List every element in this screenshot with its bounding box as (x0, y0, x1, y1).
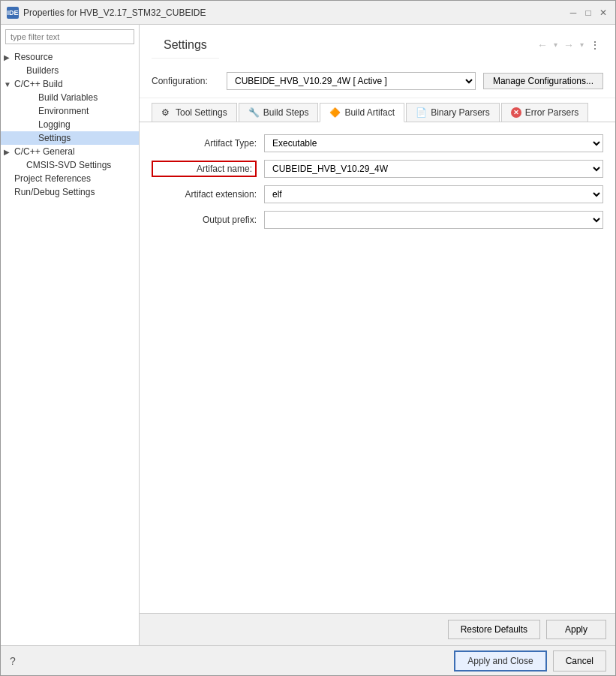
sidebar: ▶ Resource Builders ▼ C/C++ Build Build … (1, 25, 140, 645)
steps-icon: 🔧 (248, 107, 260, 118)
artifact-name-select[interactable]: CUBEIDE_HVB_V10.29_4W (264, 160, 603, 178)
maximize-button[interactable]: □ (582, 7, 594, 19)
content-area: ▶ Resource Builders ▼ C/C++ Build Build … (1, 25, 615, 645)
nav-icons: ← ▾ → ▾ ⋮ (534, 38, 603, 53)
settings-title: Settings (152, 31, 219, 59)
tab-error-parsers[interactable]: ✕ Error Parsers (501, 103, 588, 122)
sidebar-item-cpp-build[interactable]: ▼ C/C++ Build (1, 77, 139, 91)
artifact-name-row: Artifact name: CUBEIDE_HVB_V10.29_4W (152, 160, 603, 178)
cancel-button[interactable]: Cancel (553, 650, 606, 671)
artifact-type-row: Artifact Type: Executable (152, 134, 603, 152)
more-nav-button[interactable]: ⋮ (587, 38, 603, 53)
config-select[interactable]: CUBEIDE_HVB_V10.29_4W [ Active ] (227, 72, 476, 90)
gear-icon: ⚙ (161, 107, 172, 118)
sidebar-item-run-debug[interactable]: Run/Debug Settings (1, 185, 139, 199)
titlebar-left: IDE Properties for HVB_V2.17_STM32_CUBEI… (7, 7, 206, 19)
artifact-name-label: Artifact name: (152, 161, 257, 177)
output-prefix-select[interactable] (264, 211, 603, 229)
footer: ? Apply and Close Cancel (1, 645, 615, 675)
apply-and-close-button[interactable]: Apply and Close (454, 650, 546, 671)
sidebar-item-cmsis-svd[interactable]: CMSIS-SVD Settings (1, 158, 139, 172)
artifact-icon: 🔶 (329, 107, 341, 118)
output-prefix-row: Output prefix: (152, 211, 603, 229)
app-icon: IDE (7, 7, 19, 19)
output-prefix-label: Output prefix: (152, 215, 257, 225)
forward-button[interactable]: → (560, 38, 577, 53)
artifact-type-label: Artifact Type: (152, 138, 257, 149)
sidebar-item-project-references[interactable]: Project References (1, 172, 139, 185)
config-label: Configuration: (152, 76, 219, 86)
sidebar-item-environment[interactable]: Environment (1, 104, 139, 118)
config-row: Configuration: CUBEIDE_HVB_V10.29_4W [ A… (140, 65, 615, 98)
arrow-cpp-build: ▼ (4, 80, 13, 89)
sidebar-item-logging[interactable]: Logging (1, 118, 139, 131)
settings-header-row: Settings ← ▾ → ▾ ⋮ (140, 25, 615, 65)
back-button[interactable]: ← (534, 38, 551, 53)
sidebar-item-cpp-general[interactable]: ▶ C/C++ General (1, 145, 139, 158)
tab-tool-settings[interactable]: ⚙ Tool Settings (152, 103, 237, 122)
minimize-button[interactable]: ─ (567, 7, 579, 19)
sidebar-item-build-variables[interactable]: Build Variables (1, 91, 139, 104)
artifact-extension-select[interactable]: elf (264, 185, 603, 203)
artifact-extension-label: Artifact extension: (152, 189, 257, 200)
close-button[interactable]: ✕ (597, 7, 609, 19)
binary-icon: 📄 (416, 107, 427, 118)
tab-binary-parsers[interactable]: 📄 Binary Parsers (406, 103, 500, 122)
sidebar-item-settings[interactable]: Settings (1, 131, 139, 145)
arrow-resource: ▶ (4, 53, 13, 62)
tab-build-artifact[interactable]: 🔶 Build Artifact (320, 103, 404, 122)
sidebar-item-resource[interactable]: ▶ Resource (1, 50, 139, 64)
main-panel: Settings ← ▾ → ▾ ⋮ Configurati (140, 25, 615, 645)
manage-configurations-button[interactable]: Manage Configurations... (483, 73, 603, 89)
error-icon: ✕ (511, 107, 521, 118)
tabs-bar: ⚙ Tool Settings 🔧 Build Steps 🔶 Build Ar… (140, 98, 615, 122)
titlebar: IDE Properties for HVB_V2.17_STM32_CUBEI… (1, 1, 615, 25)
window-title: Properties for HVB_V2.17_STM32_CUBEIDE (23, 8, 206, 18)
main-window: IDE Properties for HVB_V2.17_STM32_CUBEI… (0, 0, 616, 676)
bottom-bar: Restore Defaults Apply (140, 613, 615, 645)
apply-button[interactable]: Apply (546, 620, 606, 639)
restore-defaults-button[interactable]: Restore Defaults (448, 620, 540, 639)
sidebar-item-builders[interactable]: Builders (1, 64, 139, 77)
filter-input[interactable] (5, 29, 134, 44)
arrow-cpp-general: ▶ (4, 148, 13, 156)
artifact-extension-row: Artifact extension: elf (152, 185, 603, 203)
artifact-type-select[interactable]: Executable (264, 134, 603, 152)
tab-build-steps[interactable]: 🔧 Build Steps (239, 103, 319, 122)
footer-buttons: Apply and Close Cancel (454, 650, 606, 671)
form-area: Artifact Type: Executable Artifact name:… (140, 122, 615, 613)
window-controls: ─ □ ✕ (567, 7, 609, 19)
help-icon[interactable]: ? (10, 655, 16, 667)
tree: ▶ Resource Builders ▼ C/C++ Build Build … (1, 49, 139, 645)
